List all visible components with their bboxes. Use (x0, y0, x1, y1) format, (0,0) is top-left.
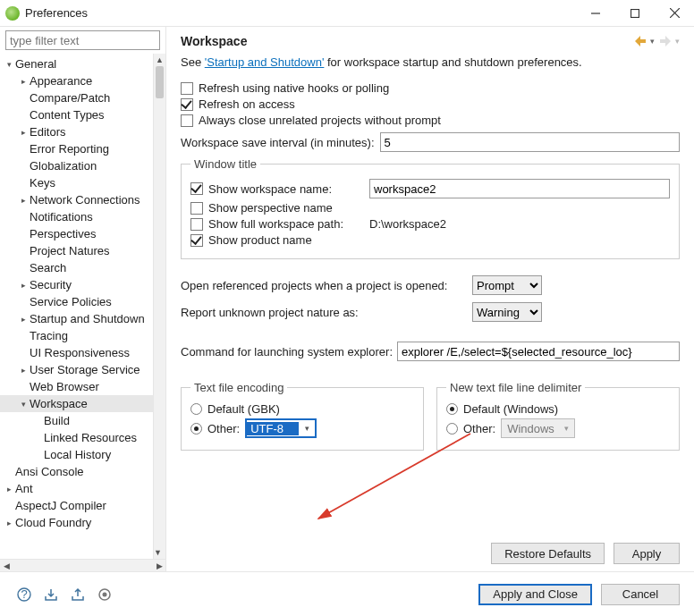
tree-item[interactable]: ▸User Storage Service (0, 361, 153, 378)
delimiter-default-radio[interactable] (446, 403, 458, 415)
tree-item-label: Error Reporting (30, 142, 109, 156)
tree-item[interactable]: Keys (0, 174, 153, 191)
tree-item[interactable]: Local History (0, 446, 153, 463)
encoding-default-radio[interactable] (190, 403, 202, 415)
oomph-icon[interactable] (95, 585, 114, 604)
tree-twisty-icon[interactable]: ▸ (18, 76, 29, 87)
preferences-tree[interactable]: ▾General▸AppearanceCompare/PatchContent … (0, 54, 153, 559)
tree-item[interactable]: Build (0, 412, 153, 429)
tree-item-label: Appearance (30, 74, 92, 88)
tree-item-label: Editors (30, 125, 65, 139)
tree-item[interactable]: Notifications (0, 208, 153, 225)
workspace-name-input[interactable] (369, 179, 670, 198)
tree-twisty-icon[interactable]: ▸ (18, 365, 29, 376)
always-close-checkbox[interactable] (181, 114, 193, 127)
tree-twisty-icon[interactable]: ▸ (18, 314, 29, 325)
import-icon[interactable] (41, 585, 61, 604)
cancel-button[interactable]: Cancel (601, 584, 680, 605)
tree-item[interactable]: Ansi Console (0, 463, 153, 480)
restore-defaults-button[interactable]: Restore Defaults (491, 543, 605, 564)
tree-item-label: Keys (30, 176, 55, 190)
tree-twisty-icon[interactable]: ▸ (18, 280, 29, 291)
tree-item[interactable]: ▸Network Connections (0, 191, 153, 208)
apply-button[interactable]: Apply (614, 543, 680, 564)
apply-and-close-button[interactable]: Apply and Close (478, 584, 592, 605)
show-perspective-checkbox[interactable] (190, 202, 203, 215)
scrollbar-thumb[interactable] (156, 66, 164, 98)
filter-input[interactable] (5, 30, 160, 50)
tree-item[interactable]: ▾General (0, 55, 153, 72)
tree-twisty-icon (4, 501, 14, 511)
tree-twisty-icon (18, 161, 29, 172)
close-button[interactable] (655, 0, 694, 27)
tree-item[interactable]: Compare/Patch (0, 89, 153, 106)
show-product-label: Show product name (208, 233, 312, 247)
tree-item[interactable]: Web Browser (0, 378, 153, 395)
tree-vertical-scrollbar[interactable]: ▲ ▼ (153, 54, 165, 559)
encoding-default-label: Default (GBK) (207, 402, 280, 416)
show-perspective-label: Show perspective name (208, 201, 333, 215)
tree-item[interactable]: Tracing (0, 327, 153, 344)
tree-item-label: Notifications (30, 210, 93, 224)
tree-item[interactable]: ▸Editors (0, 123, 153, 140)
minimize-button[interactable] (576, 0, 615, 27)
tree-item[interactable]: Perspectives (0, 225, 153, 242)
tree-twisty-icon[interactable]: ▸ (18, 195, 29, 206)
tree-twisty-icon[interactable]: ▸ (4, 518, 14, 528)
tree-twisty-icon[interactable]: ▾ (18, 399, 29, 409)
tree-twisty-icon[interactable]: ▾ (4, 59, 14, 70)
tree-twisty-icon[interactable]: ▸ (18, 127, 29, 138)
tree-item[interactable]: Service Policies (0, 293, 153, 310)
show-workspace-name-checkbox[interactable] (190, 182, 203, 195)
tree-twisty-icon (18, 348, 29, 359)
explorer-command-input[interactable] (397, 342, 680, 361)
tree-item[interactable]: Linked Resources (0, 429, 153, 446)
delimiter-legend: New text file line delimiter (446, 381, 585, 394)
tree-item[interactable]: ▸Security (0, 276, 153, 293)
startup-shutdown-link[interactable]: 'Startup and Shutdown' (205, 55, 325, 69)
open-referenced-select[interactable]: Prompt (472, 275, 542, 295)
back-button[interactable]: ▾ (635, 36, 655, 46)
tree-item[interactable]: UI Responsiveness (0, 344, 153, 361)
forward-button[interactable]: ▾ (660, 36, 680, 46)
tree-twisty-icon (18, 229, 29, 240)
report-nature-select[interactable]: Warning (472, 302, 542, 322)
tree-item[interactable]: Content Types (0, 106, 153, 123)
help-icon[interactable]: ? (14, 585, 34, 604)
refresh-access-checkbox[interactable] (181, 98, 193, 111)
delimiter-value: Windows (502, 422, 560, 435)
refresh-native-checkbox[interactable] (181, 82, 193, 95)
save-interval-input[interactable] (380, 132, 680, 152)
export-icon[interactable] (68, 585, 88, 604)
tree-item-label: Startup and Shutdown (30, 312, 145, 325)
tree-item[interactable]: AspectJ Compiler (0, 497, 153, 514)
encoding-group: Text file encoding Default (GBK) Other: … (181, 381, 424, 451)
refresh-native-label: Refresh using native hooks or polling (199, 81, 389, 95)
tree-item[interactable]: Error Reporting (0, 140, 153, 157)
maximize-button[interactable] (615, 0, 655, 27)
delimiter-other-radio[interactable] (446, 423, 458, 435)
tree-twisty-icon (18, 246, 29, 257)
tree-item-label: Ansi Console (15, 465, 84, 478)
tree-item[interactable]: ▸Startup and Shutdown (0, 310, 153, 327)
title-bar: Preferences (0, 0, 694, 27)
encoding-combo[interactable]: UTF-8 ▾ (245, 418, 317, 438)
encoding-other-radio[interactable] (190, 423, 202, 435)
tree-item[interactable]: Globalization (0, 157, 153, 174)
show-product-checkbox[interactable] (190, 234, 203, 247)
tree-item[interactable]: ▸Cloud Foundry (0, 514, 153, 531)
window-title-legend: Window title (190, 157, 260, 171)
tree-twisty-icon[interactable]: ▸ (4, 484, 14, 494)
tree-item[interactable]: Search (0, 259, 153, 276)
tree-twisty-icon (32, 450, 43, 460)
tree-item[interactable]: Project Natures (0, 242, 153, 259)
show-full-path-checkbox[interactable] (190, 218, 203, 231)
delimiter-combo: Windows ▾ (501, 418, 575, 438)
tree-item[interactable]: ▸Appearance (0, 72, 153, 89)
tree-twisty-icon (4, 467, 14, 477)
page-title: Workspace (181, 34, 630, 48)
tree-item[interactable]: ▾Workspace (0, 395, 153, 412)
tree-horizontal-scrollbar[interactable]: ◀▶ (0, 559, 165, 571)
tree-item[interactable]: ▸Ant (0, 480, 153, 497)
always-close-label: Always close unrelated projects without … (199, 114, 441, 127)
